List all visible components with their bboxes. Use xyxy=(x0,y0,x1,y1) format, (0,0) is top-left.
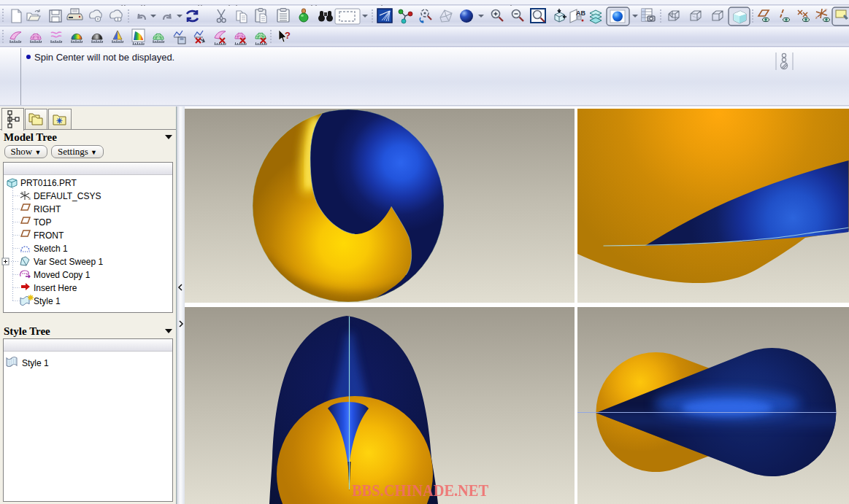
svg-text:z: z xyxy=(815,15,818,20)
svg-text:?: ? xyxy=(285,30,291,41)
svg-text:y: y xyxy=(825,7,827,12)
svg-text:x: x xyxy=(28,196,31,201)
svg-text:AB: AB xyxy=(576,9,585,17)
